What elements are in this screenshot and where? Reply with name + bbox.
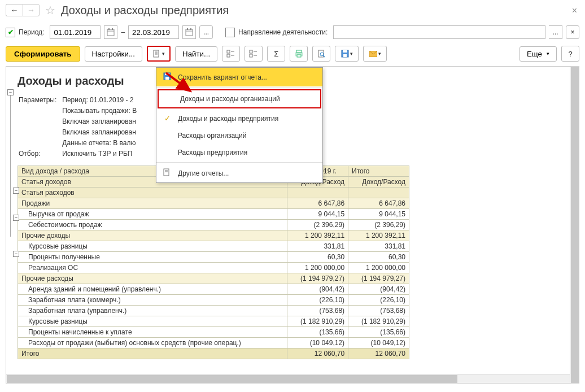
report-variant-menu: Сохранить вариант отчета... Доходы и рас… bbox=[156, 67, 323, 183]
total-value: 12 060,70 bbox=[287, 349, 348, 359]
dropdown-caret-icon: ▾ bbox=[162, 51, 165, 56]
date-dash: – bbox=[121, 28, 125, 36]
svg-rect-25 bbox=[343, 54, 347, 57]
activity-ellipsis-button[interactable]: ... bbox=[549, 25, 562, 39]
floppy-icon bbox=[341, 50, 349, 58]
outline-toggle[interactable]: − bbox=[13, 215, 19, 221]
outline-toggle[interactable]: − bbox=[13, 188, 19, 194]
menu-ent-expense[interactable]: Расходы предприятия bbox=[156, 144, 322, 161]
col-header: Итого bbox=[348, 166, 409, 177]
table-row[interactable]: Курсовые разницы(1 182 910,29)(1 182 910… bbox=[18, 316, 409, 327]
svg-rect-12 bbox=[227, 50, 230, 53]
report-variant-icon bbox=[153, 50, 161, 58]
calendar-to-button[interactable] bbox=[182, 25, 196, 39]
svg-rect-13 bbox=[227, 54, 230, 57]
svg-rect-8 bbox=[154, 50, 159, 57]
subheader: Доход/Расход bbox=[348, 177, 409, 188]
menu-org-income-expense[interactable]: Доходы и расходы организаций bbox=[158, 89, 321, 108]
mail-icon bbox=[369, 51, 377, 57]
report-parameters: Параметры:Период: 01.01.2019 - 2 Показыв… bbox=[18, 94, 142, 160]
table-row[interactable]: Заработная плата (управленч.)(753,68)(75… bbox=[18, 306, 409, 316]
sum-button[interactable]: Σ bbox=[267, 46, 285, 62]
table-row[interactable]: Проценты начисленные к уплате(135,66)(13… bbox=[18, 327, 409, 338]
outline-toggle[interactable]: − bbox=[7, 89, 14, 95]
preview-icon bbox=[317, 50, 325, 58]
mail-button[interactable]: ▾ bbox=[363, 46, 387, 62]
activity-checkbox[interactable] bbox=[225, 28, 235, 37]
activity-clear-button[interactable]: × bbox=[566, 25, 579, 39]
period-checkbox[interactable]: ✔ bbox=[6, 28, 15, 37]
close-button[interactable]: × bbox=[572, 6, 577, 16]
table-row[interactable]: Выручка от продаж9 044,159 044,15 bbox=[18, 209, 409, 220]
table-row[interactable]: Аренда зданий и помещений (управленч.)(9… bbox=[18, 284, 409, 295]
svg-rect-24 bbox=[343, 50, 347, 53]
outline-toggle[interactable]: − bbox=[13, 251, 19, 257]
date-to-input[interactable] bbox=[128, 25, 179, 39]
expand-groups-button[interactable] bbox=[222, 46, 240, 62]
check-icon: ✓ bbox=[162, 114, 172, 123]
dropdown-caret-icon: ▾ bbox=[378, 51, 381, 56]
period-label: Период: bbox=[19, 28, 44, 36]
calendar-from-button[interactable] bbox=[104, 25, 117, 39]
svg-rect-20 bbox=[318, 50, 324, 57]
more-button[interactable]: Еще▾ bbox=[519, 46, 557, 62]
print-button[interactable] bbox=[290, 46, 308, 62]
table-row[interactable]: Расходы от продажи (выбытия) основных ср… bbox=[18, 338, 409, 349]
total-value: 12 060,70 bbox=[348, 349, 409, 359]
menu-save-variant[interactable]: Сохранить вариант отчета... bbox=[156, 68, 322, 86]
table-row[interactable]: Проценты полученные60,3060,30 bbox=[18, 252, 409, 263]
horizontal-scrollbar[interactable] bbox=[6, 374, 570, 383]
report-variant-dropdown-button[interactable]: ▾ bbox=[147, 46, 171, 62]
subheader: Статья расходов bbox=[18, 188, 287, 198]
vertical-scrollbar[interactable] bbox=[570, 67, 579, 383]
svg-rect-30 bbox=[164, 169, 169, 176]
svg-rect-3 bbox=[112, 28, 113, 30]
find-button[interactable]: Найти... bbox=[175, 46, 217, 62]
svg-rect-4 bbox=[186, 29, 193, 36]
svg-rect-17 bbox=[296, 50, 302, 53]
save-button[interactable]: ▾ bbox=[335, 46, 359, 62]
svg-rect-19 bbox=[297, 55, 301, 57]
collapse-groups-button[interactable] bbox=[245, 46, 263, 62]
menu-ent-income-expense[interactable]: ✓ Доходы и расходы предприятия bbox=[156, 110, 322, 127]
svg-rect-2 bbox=[108, 28, 110, 30]
table-row[interactable]: Себестоимость продаж(2 396,29)(2 396,29) bbox=[18, 220, 409, 230]
menu-other-reports[interactable]: Другие отчеты... bbox=[156, 164, 322, 182]
report-list-icon bbox=[162, 168, 172, 178]
total-label: Итого bbox=[18, 349, 287, 359]
table-row[interactable]: Продажи6 647,866 647,86 bbox=[18, 198, 409, 209]
table-row[interactable]: Курсовые разницы331,81331,81 bbox=[18, 241, 409, 252]
svg-rect-28 bbox=[165, 73, 169, 75]
table-row[interactable]: Реализация ОС1 200 000,001 200 000,00 bbox=[18, 263, 409, 273]
svg-rect-15 bbox=[250, 54, 252, 57]
menu-org-expense[interactable]: Расходы организаций bbox=[156, 127, 322, 144]
generate-button[interactable]: Сформировать bbox=[6, 46, 80, 62]
activity-input[interactable] bbox=[333, 25, 545, 39]
settings-button[interactable]: Настройки... bbox=[85, 46, 142, 62]
floppy-small-icon bbox=[162, 72, 172, 82]
svg-rect-0 bbox=[107, 29, 114, 36]
dropdown-caret-icon: ▾ bbox=[350, 51, 353, 56]
table-row[interactable]: Прочие доходы1 200 392,111 200 392,11 bbox=[18, 230, 409, 241]
svg-rect-7 bbox=[190, 28, 191, 30]
activity-label: Направление деятельности: bbox=[238, 28, 328, 36]
report-data-table: Вид дохода / расхода Январь 2019 г. Итог… bbox=[18, 165, 409, 359]
svg-rect-6 bbox=[187, 28, 188, 30]
svg-rect-29 bbox=[165, 77, 169, 80]
period-ellipsis-button[interactable]: ... bbox=[199, 25, 213, 39]
favorite-star-icon[interactable]: ☆ bbox=[45, 3, 55, 17]
help-button[interactable]: ? bbox=[561, 46, 579, 62]
printer-icon bbox=[295, 50, 303, 58]
date-from-input[interactable] bbox=[50, 25, 101, 39]
table-row[interactable]: Заработная плата (коммерч.)(226,10)(226,… bbox=[18, 295, 409, 306]
forward-button[interactable]: → bbox=[23, 4, 40, 16]
page-title: Доходы и расходы предприятия bbox=[61, 4, 229, 17]
preview-button[interactable] bbox=[312, 46, 330, 62]
table-row[interactable]: Прочие расходы(1 194 979,27)(1 194 979,2… bbox=[18, 273, 409, 284]
back-button[interactable]: ← bbox=[6, 4, 23, 16]
